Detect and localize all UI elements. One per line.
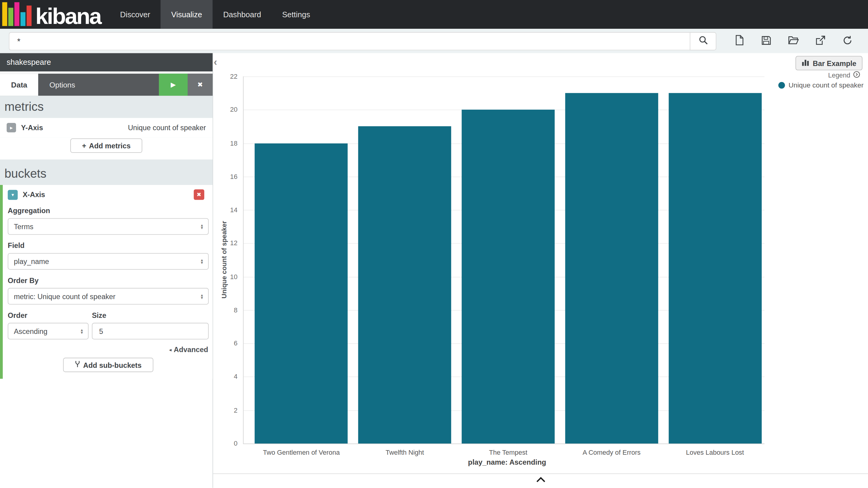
x-tick-label: Twelfth Night xyxy=(353,449,457,457)
select-stepper-icon: ▲▼ xyxy=(76,328,84,334)
y-tick-label: 20 xyxy=(218,106,237,114)
y-tick-label: 18 xyxy=(218,139,237,147)
apply-changes-button[interactable]: ▶ xyxy=(159,73,188,96)
index-pattern-header: shakespeare xyxy=(0,53,213,71)
order-select[interactable]: Ascending ▲▼ xyxy=(8,323,89,339)
advanced-toggle-link[interactable]: ◂ Advanced xyxy=(8,345,208,354)
gridline xyxy=(243,76,765,77)
y-tick-label: 10 xyxy=(218,273,237,281)
bar-3[interactable] xyxy=(462,110,554,444)
search-input[interactable] xyxy=(9,32,690,50)
vis-editor-form: metrics ▸ Y-Axis Unique count of speaker… xyxy=(0,96,213,379)
kibana-logo-stripes-icon xyxy=(2,2,31,26)
editor-tabs: Data Options ▶ ✖ xyxy=(0,73,213,96)
folder-open-icon xyxy=(787,35,799,47)
metric-name: Y-Axis xyxy=(21,123,43,132)
tab-data[interactable]: Data xyxy=(0,73,38,96)
bar-1[interactable] xyxy=(255,143,348,444)
select-stepper-icon: ▲▼ xyxy=(197,258,204,264)
down-caret-icon: ▾ xyxy=(11,192,14,197)
bucket-panel-x-axis: ▾ X-Axis ✖ Aggregation Terms ▲▼ xyxy=(0,185,213,379)
bar-5[interactable] xyxy=(669,93,762,444)
vis-editor-sidebar: shakespeare Data Options ▶ ✖ metrics ▸ xyxy=(0,53,213,488)
field-select[interactable]: play_name ▲▼ xyxy=(8,253,209,270)
y-tick-label: 22 xyxy=(218,73,237,81)
chevron-up-icon xyxy=(536,476,546,484)
order-by-select[interactable]: metric: Unique count of speaker ▲▼ xyxy=(8,288,209,305)
bar-chart: Unique count of speaker play_name: Ascen… xyxy=(213,53,868,488)
bar-2[interactable] xyxy=(358,126,451,444)
order-by-select-value: metric: Unique count of speaker xyxy=(14,292,116,300)
x-tick-label: The Tempest xyxy=(456,449,560,457)
spy-panel-divider xyxy=(213,474,868,474)
tab-options[interactable]: Options xyxy=(38,73,86,96)
left-triangle-icon: ◂ xyxy=(169,347,171,353)
metric-row-y-axis: ▸ Y-Axis Unique count of speaker xyxy=(0,118,213,138)
x-axis-title: play_name: Ascending xyxy=(468,458,546,466)
new-visualization-button[interactable] xyxy=(733,35,745,47)
bar-4[interactable] xyxy=(565,93,658,444)
select-stepper-icon: ▲▼ xyxy=(197,293,204,299)
search-icon xyxy=(698,35,708,47)
size-label: Size xyxy=(92,311,209,319)
size-input[interactable] xyxy=(92,323,209,339)
search-button[interactable] xyxy=(690,32,716,50)
select-stepper-icon: ▲▼ xyxy=(197,223,204,230)
right-caret-icon: ▸ xyxy=(10,125,13,131)
aggregation-select[interactable]: Terms ▲▼ xyxy=(8,218,209,235)
x-axis-line xyxy=(243,444,765,444)
collapse-bucket-button[interactable]: ▾ xyxy=(8,189,18,200)
top-navbar: kibana Discover Visualize Dashboard Sett… xyxy=(0,0,868,29)
visualize-toolbar xyxy=(733,35,854,47)
add-subbuckets-label: Add sub-buckets xyxy=(83,361,142,369)
remove-bucket-button[interactable]: ✖ xyxy=(194,189,204,200)
y-tick-label: 16 xyxy=(218,173,237,180)
spy-panel-toggle[interactable] xyxy=(536,476,546,484)
close-icon: ✖ xyxy=(197,192,201,198)
add-metrics-label: Add metrics xyxy=(89,141,130,150)
share-button[interactable] xyxy=(814,35,827,47)
nav-item-dashboard[interactable]: Dashboard xyxy=(213,0,272,29)
buckets-heading: buckets xyxy=(0,164,213,185)
advanced-label: Advanced xyxy=(174,345,208,354)
kibana-logo-text: kibana xyxy=(35,7,101,26)
y-tick-label: 14 xyxy=(218,206,237,214)
external-link-icon xyxy=(815,35,825,47)
bucket-header: ▾ X-Axis ✖ xyxy=(8,189,209,200)
add-subbuckets-row: Add sub-buckets xyxy=(8,358,209,372)
y-tick-label: 6 xyxy=(218,340,237,347)
new-document-icon xyxy=(734,35,744,47)
plus-icon: + xyxy=(82,141,86,150)
y-tick-label: 2 xyxy=(218,406,237,414)
close-icon: ✖ xyxy=(197,81,203,89)
field-select-value: play_name xyxy=(14,257,49,266)
kibana-app: kibana Discover Visualize Dashboard Sett… xyxy=(0,0,868,488)
add-metrics-button[interactable]: + Add metrics xyxy=(70,139,142,153)
field-label: Field xyxy=(8,241,209,249)
visualization-canvas: ‹ Bar Example Legend Unique count of spe… xyxy=(213,53,868,488)
load-saved-button[interactable] xyxy=(787,35,799,47)
nav-item-settings[interactable]: Settings xyxy=(272,0,320,29)
x-tick-label: A Comedy of Errors xyxy=(560,449,663,457)
play-icon: ▶ xyxy=(171,81,176,89)
x-tick-label: Two Gentlemen of Verona xyxy=(250,449,353,457)
y-tick-label: 12 xyxy=(218,240,237,247)
aggregation-select-value: Terms xyxy=(14,222,34,231)
nav-item-visualize[interactable]: Visualize xyxy=(161,0,213,29)
aggregation-label: Aggregation xyxy=(8,207,209,215)
y-tick-label: 4 xyxy=(218,373,237,381)
add-subbuckets-button[interactable]: Add sub-buckets xyxy=(63,358,153,372)
save-button[interactable] xyxy=(760,35,772,47)
refresh-button[interactable] xyxy=(841,35,854,47)
refresh-icon xyxy=(843,35,852,47)
nav-item-discover[interactable]: Discover xyxy=(110,0,161,29)
y-tick-label: 8 xyxy=(218,306,237,314)
query-bar xyxy=(0,29,868,53)
x-tick-label: Loves Labours Lost xyxy=(663,449,767,457)
expand-metric-button[interactable]: ▸ xyxy=(7,123,16,132)
order-label: Order xyxy=(8,311,89,319)
discard-changes-button[interactable]: ✖ xyxy=(188,73,213,96)
floppy-save-icon xyxy=(761,35,771,47)
order-by-label: Order By xyxy=(8,276,209,284)
bucket-title: X-Axis xyxy=(23,190,45,199)
